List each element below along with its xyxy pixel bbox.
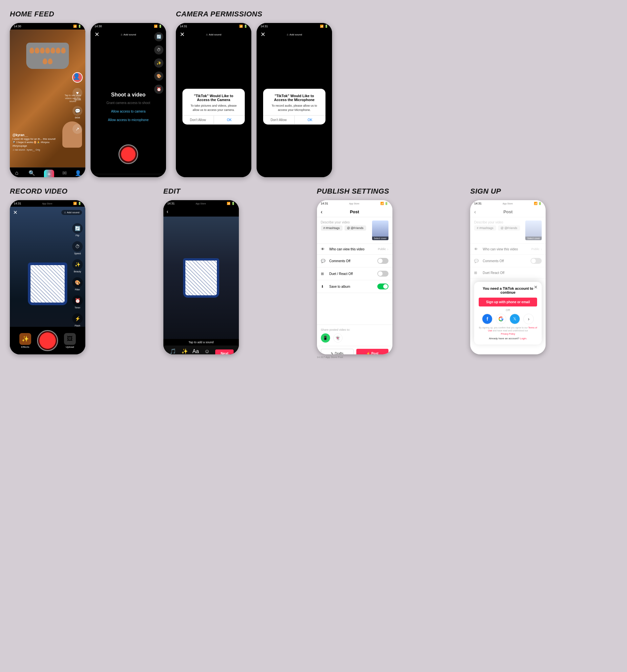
privacy-link[interactable]: Privacy Policy — [501, 333, 515, 335]
whatsapp-icon[interactable]: 📱 — [321, 333, 330, 342]
beauty-icon[interactable]: ✨ — [154, 58, 163, 68]
facebook-btn[interactable]: f — [482, 314, 492, 324]
status-bar-4: 14:31 📶 🔋 — [257, 23, 332, 29]
save-album-row[interactable]: ⬇ Save to album — [317, 280, 392, 293]
signup-label: SIGN UP — [470, 187, 617, 196]
edit-phone: 14:31 App Store 📶 🔋 ‹ 👤 ♫ ☰ — [163, 200, 239, 354]
effects-button[interactable]: ✨ Effects — [19, 333, 31, 349]
cover-thumbnail[interactable]: Select cover — [372, 220, 388, 240]
create-plus[interactable]: + — [44, 170, 54, 177]
filter-btn[interactable]: 🎨 Filter — [72, 277, 83, 291]
share-action[interactable]: ↗ — [73, 124, 82, 135]
nav-me[interactable]: 👤 Me — [75, 170, 81, 177]
feed-right-actions: 👤 ♥ 785.6K 💬 6494 — [72, 72, 83, 135]
ok-btn2[interactable]: OK — [295, 116, 326, 125]
speed-btn[interactable]: ⏱ Speed — [72, 241, 83, 255]
save-album-toggle[interactable] — [377, 284, 388, 289]
store-label-7: App Store — [349, 202, 359, 205]
allow-mic-link[interactable]: Allow access to microphone — [108, 118, 149, 122]
text-tool[interactable]: Aa Text — [193, 349, 199, 355]
nav-home[interactable]: ⌂ Home — [14, 170, 20, 177]
home-feed-phones: 14:30 📶 🔋 Following For You — [10, 23, 166, 177]
terms-text: By signing up, you confirm that you agre… — [479, 326, 537, 336]
add-sound-btn[interactable]: ♫ Add sound — [62, 210, 82, 215]
record-close-icon[interactable]: ✕ — [13, 209, 17, 216]
describe-tags: # #Hashtags @ @Friends — [321, 225, 369, 231]
tap-sound-bar[interactable]: Tap to add a sound — [163, 339, 239, 345]
hash-icon: # — [323, 226, 325, 230]
next-button[interactable]: Next — [215, 350, 234, 355]
record-main-button[interactable] — [37, 330, 58, 351]
upload-button[interactable]: 🖼 Upload — [64, 333, 76, 349]
edit-back-icon[interactable]: ‹ — [167, 209, 168, 215]
status-icons-2: 📶 🔋 — [154, 25, 162, 28]
nav-create[interactable]: + — [44, 170, 54, 177]
allow-camera-link[interactable]: Allow access to camera — [111, 110, 145, 113]
publish-body: Describe your video # #Hashtags @ @Frien… — [317, 217, 392, 325]
flash-btn[interactable]: ⚡ Flash — [72, 313, 83, 327]
dialog-title2: "TikTok" Would Like to Access the Microp… — [268, 94, 320, 102]
sound: ♫ nal sound - kyran__ Orig — [13, 149, 69, 151]
comment-action[interactable]: 💬 6494 — [73, 106, 82, 119]
describe-placeholder[interactable]: Describe your video — [321, 220, 369, 224]
stickers-tool[interactable]: ☺ Stickers — [202, 349, 212, 355]
timer-btn[interactable]: ⏰ Timer — [72, 295, 83, 309]
modal-close-icon[interactable]: ✕ — [534, 285, 538, 290]
duet-react-row[interactable]: ⊞ Duet / React Off — [317, 267, 392, 280]
filter-icon[interactable]: 🎨 — [154, 72, 163, 81]
snapchat-icon[interactable]: 👻 — [333, 333, 342, 342]
signup-phone-email-btn[interactable]: Sign up with phone or email — [479, 297, 537, 307]
avatar[interactable]: 👤 — [72, 72, 83, 83]
time-4: 14:31 — [261, 25, 268, 28]
publish-back-icon[interactable]: ‹ — [321, 209, 322, 215]
flip-icon[interactable]: 🔄 — [154, 32, 163, 41]
publish-label: PUBLISH SETTINGS — [317, 187, 464, 196]
signup-describe-input: Describe your video # #Hashtags @ @Frien… — [474, 220, 523, 240]
post-button[interactable]: ⚡ Post — [356, 349, 388, 354]
beauty-btn[interactable]: ✨ Beauty — [72, 259, 83, 273]
friends-btn[interactable]: @ @Friends — [344, 225, 366, 231]
nav-inbox[interactable]: ✉ Inbox — [62, 170, 67, 177]
timer-icon[interactable]: ⏰ — [154, 85, 163, 94]
status-icons-5: 📶 🔋 — [73, 202, 81, 205]
close-icon-2[interactable]: ✕ — [180, 31, 185, 38]
like-action[interactable]: ♥ 785.6K — [73, 88, 82, 101]
effects-tool[interactable]: ✨ Effects — [181, 348, 189, 354]
signup-back-icon: ‹ — [474, 209, 476, 215]
ok-btn1[interactable]: OK — [214, 116, 245, 125]
stickers-icon: ☺ — [204, 349, 210, 354]
signup-placeholder: Describe your video — [474, 220, 523, 224]
more-social-btn[interactable]: › — [523, 314, 534, 324]
close-icon-3[interactable]: ✕ — [261, 31, 265, 38]
record-button-inactive[interactable] — [118, 144, 138, 164]
login-link[interactable]: Login. — [520, 337, 527, 340]
lightning-icon: ⚡ — [366, 352, 370, 354]
comments-row[interactable]: 💬 Comments Off — [317, 255, 392, 267]
who-view-label: Who can view this video — [328, 247, 378, 251]
music-icon-2: ♫ — [206, 33, 208, 36]
google-btn[interactable] — [496, 314, 506, 324]
comments-toggle[interactable] — [377, 258, 388, 264]
speed-icon[interactable]: ⏱ — [154, 45, 163, 54]
beauty-icon2: ✨ — [72, 259, 83, 270]
share-section: Share posted video to: 📱 👻 — [317, 325, 392, 346]
who-can-view-row[interactable]: 👁 Who can view this video Public › — [317, 244, 392, 255]
drafts-button[interactable]: ✎ Drafts — [321, 349, 354, 354]
nav-discover[interactable]: 🔍 Discover — [28, 170, 37, 177]
dont-allow-btn2[interactable]: Don't Allow — [263, 116, 295, 125]
speed-icon2: ⏱ — [72, 241, 83, 252]
twitter-btn[interactable]: 𝕏 — [509, 314, 520, 324]
post-title: Post — [350, 209, 359, 214]
flip-btn[interactable]: 🔄 Flip — [72, 223, 83, 237]
duet-react-toggle[interactable] — [377, 271, 388, 277]
publish-screen: ‹ Post Describe your video # #Hashtags — [317, 207, 392, 354]
dialog-text2: To record audio, please allow us to acce… — [268, 104, 320, 112]
dont-allow-btn1[interactable]: Don't Allow — [183, 116, 214, 125]
sounds-tool[interactable]: 🎵 Sounds — [168, 348, 177, 354]
close-icon[interactable]: ✕ — [95, 31, 99, 38]
comments-label: Comments Off — [328, 259, 377, 263]
hashtags-btn[interactable]: # #Hashtags — [321, 225, 342, 231]
record-phone: 14:31 App Store 📶 🔋 ✕ ♫ Add soun — [10, 200, 85, 354]
flip-icon2: 🔄 — [72, 223, 83, 234]
edit-screen: ‹ 👤 ♫ ☰ Tap to add a sound — [163, 207, 239, 354]
